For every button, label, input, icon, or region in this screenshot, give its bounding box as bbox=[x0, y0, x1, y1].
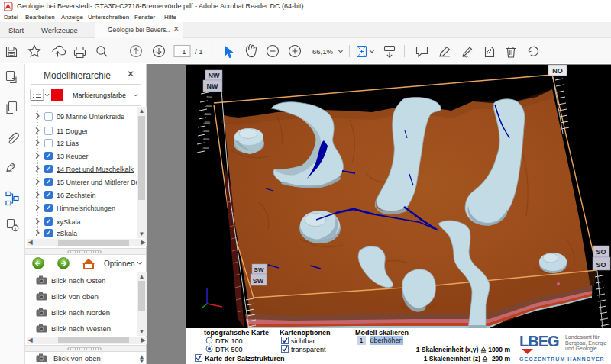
svg-text:Optionen: Optionen bbox=[104, 259, 135, 268]
svg-text:SW: SW bbox=[253, 277, 264, 285]
svg-text:NW: NW bbox=[207, 82, 218, 90]
svg-text:1: 1 bbox=[182, 47, 186, 56]
svg-text:-5000: -5000 bbox=[202, 130, 209, 133]
svg-text:Markierungsfarbe: Markierungsfarbe bbox=[73, 92, 126, 99]
svg-text:-4000: -4000 bbox=[203, 121, 210, 124]
svg-text:-1000: -1000 bbox=[205, 96, 212, 99]
svg-text:-7000: -7000 bbox=[202, 147, 209, 150]
svg-text:SO: SO bbox=[596, 261, 606, 269]
svg-text:SO: SO bbox=[596, 248, 606, 256]
svg-text:-6000: -6000 bbox=[202, 138, 209, 141]
svg-text:/ 1: / 1 bbox=[195, 47, 203, 56]
svg-text:NW: NW bbox=[209, 72, 220, 79]
svg-text:-3000: -3000 bbox=[204, 113, 211, 116]
svg-text:NO: NO bbox=[552, 67, 563, 75]
svg-text:SW: SW bbox=[254, 266, 264, 273]
svg-text:-2000: -2000 bbox=[205, 105, 212, 108]
svg-text:66,1%: 66,1% bbox=[312, 47, 333, 56]
